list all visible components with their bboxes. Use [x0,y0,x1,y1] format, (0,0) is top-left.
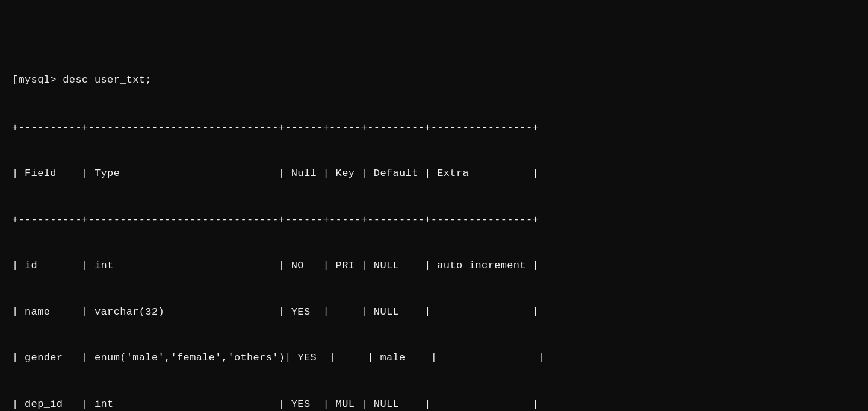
separator1-mid: +----------+----------------------------… [12,212,856,228]
separator1-top: +----------+----------------------------… [12,120,856,136]
block1: [mysql> desc user_txt; +----------+-----… [12,42,856,411]
table-row: | gender | enum('male','female','others'… [12,350,856,366]
terminal-output: [mysql> desc user_txt; +----------+-----… [12,11,856,411]
table-row: | id | int | NO | PRI | NULL | auto_incr… [12,258,856,274]
prompt1: [mysql> desc user_txt; [12,72,856,88]
table-row: | dep_id | int | YES | MUL | NULL | | [12,397,856,412]
table-row: | name | varchar(32) | YES | | NULL | | [12,304,856,320]
table-header1: | Field | Type | Null | Key | Default | … [12,166,856,181]
